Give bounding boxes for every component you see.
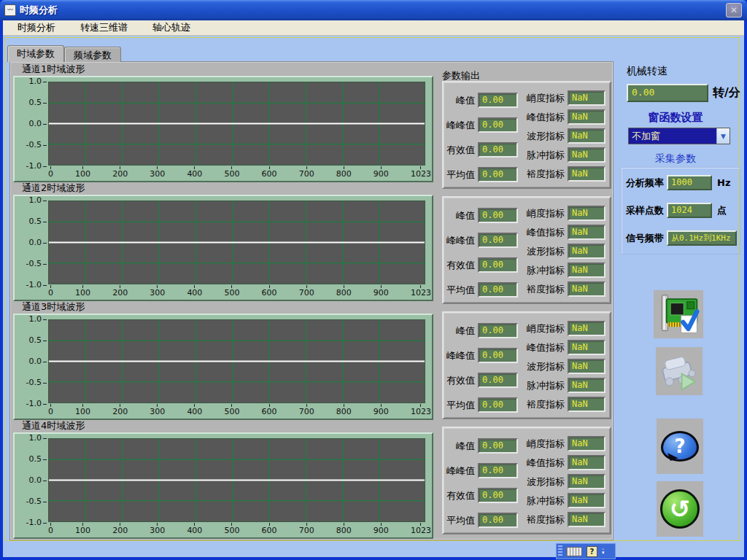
rms-label: 有效值 [444, 259, 475, 272]
y-tick: 0.0 [29, 238, 47, 247]
tab-frequency-domain[interactable]: 频域参数 [64, 47, 121, 62]
y-tick: 1.0 [29, 433, 47, 443]
peak-label: 峰值 [444, 209, 475, 222]
x-tick: 100 [75, 404, 90, 419]
machine-speed-label: 机械转速 [627, 65, 667, 78]
y-tick: 0.0 [29, 357, 47, 366]
grid-and-waveform [49, 82, 425, 165]
peak-value: 0.00 [478, 323, 518, 338]
x-tick: 300 [150, 404, 165, 419]
language-bar[interactable]: ? –▾ [556, 543, 616, 559]
help-icon[interactable]: ? [587, 546, 597, 557]
shape-index-value: NaN [568, 244, 605, 259]
tab-time-domain[interactable]: 时域参数 [7, 45, 64, 62]
clearance-index-label: 裕度指标 [519, 513, 565, 526]
shape-index-label: 波形指标 [519, 245, 565, 258]
langbar-arrows[interactable]: –▾ [602, 548, 605, 555]
device-check-icon [657, 293, 700, 335]
x-tick: 800 [336, 404, 352, 419]
device-disabled-icon [658, 350, 700, 392]
x-tick: 900 [374, 404, 389, 419]
device-check-button[interactable] [654, 290, 703, 338]
peak-to-peak-value: 0.00 [478, 348, 518, 363]
menu-item-time-frequency[interactable]: 时频分析 [7, 20, 66, 36]
crest-index-value: NaN [568, 109, 605, 125]
window-function-title: 窗函数设置 [616, 111, 735, 125]
kurtosis-index-label: 峭度指标 [519, 92, 565, 105]
shape-index-value: NaN [568, 359, 605, 374]
shape-index-label: 波形指标 [519, 475, 565, 489]
y-axis: 1.0 0.5 0.0 -0.5 -1.0 [15, 195, 48, 289]
rms-value: 0.00 [478, 373, 518, 388]
drag-handle[interactable] [558, 545, 562, 557]
rms-value: 0.00 [478, 488, 518, 503]
peak-to-peak-label: 峰峰值 [444, 349, 475, 362]
mean-value: 0.00 [478, 513, 518, 528]
y-tick: 0.5 [29, 454, 47, 464]
x-tick: 600 [262, 285, 277, 300]
rms-value: 0.00 [478, 142, 518, 158]
refresh-button[interactable]: ↺ [657, 481, 703, 537]
grid-and-waveform [49, 320, 425, 402]
plot-area [48, 319, 425, 403]
device-disabled-button[interactable] [656, 347, 703, 395]
mean-label: 平均值 [444, 514, 475, 527]
x-tick: 100 [75, 523, 90, 537]
x-tick: 1023 [411, 285, 431, 300]
x-tick: 600 [262, 523, 277, 537]
clearance-index-value: NaN [568, 512, 605, 527]
help-button[interactable]: ? [657, 419, 703, 474]
x-tick: 700 [299, 285, 314, 300]
x-tick: 900 [374, 523, 389, 537]
x-tick: 500 [224, 285, 239, 300]
x-tick: 700 [299, 166, 314, 181]
x-tick: 800 [336, 166, 352, 181]
peak-to-peak-value: 0.00 [478, 117, 518, 133]
impulse-index-label: 脉冲指标 [519, 494, 565, 508]
chart-frame: 1.0 0.5 0.0 -0.5 -1.0 [13, 76, 433, 182]
peak-value: 0.00 [478, 438, 518, 454]
app-icon: 〰 [4, 4, 16, 16]
menu-item-speed-3d-spectrum[interactable]: 转速三维谱 [70, 20, 138, 36]
rms-value: 0.00 [478, 257, 518, 273]
menu-item-shaft-orbit[interactable]: 轴心轨迹 [142, 20, 201, 36]
signal-band-value: 从0.1Hz到1KHz [667, 230, 737, 246]
clearance-index-label: 裕度指标 [519, 398, 565, 411]
x-tick: 400 [187, 166, 202, 181]
keyboard-icon[interactable] [566, 547, 582, 556]
chevron-down-icon[interactable]: ▼ [716, 128, 729, 144]
param-group: 峰值0.00 峰峰值0.00 有效值0.00 平均值0.00 峭度指标NaN 峰… [442, 196, 611, 304]
machine-speed-unit: 转/分 [713, 85, 740, 101]
x-tick: 500 [224, 404, 239, 419]
y-tick: 0.0 [29, 119, 47, 128]
x-tick: 500 [224, 166, 239, 181]
charts-column: 通道1时域波形 1.0 0.5 0.0 -0.5 -1.0 [13, 63, 433, 539]
param-group-right: 峭度指标NaN 峰值指标NaN 波形指标NaN 脉冲指标NaN 裕度指标NaN [519, 321, 610, 412]
mean-label: 平均值 [444, 284, 475, 297]
y-tick: -0.5 [26, 497, 47, 506]
y-tick: 1.0 [29, 314, 47, 324]
sample-points-field[interactable]: 1024 [667, 203, 712, 218]
close-button[interactable]: ✕ [726, 3, 742, 18]
expand-icon[interactable]: ▾ [602, 551, 605, 555]
waveform-chart: 通道4时域波形 1.0 0.5 0.0 -0.5 -1.0 [13, 420, 433, 539]
window-function-dropdown[interactable]: 不加窗 ▼ [628, 128, 730, 144]
rms-label: 有效值 [444, 374, 475, 387]
plot-area [48, 438, 425, 522]
signal-band-label: 信号频带 [626, 232, 667, 245]
peak-to-peak-value: 0.00 [478, 463, 518, 478]
acquisition-params-box: 分析频率 1000 Hz 采样点数 1024 点 信号频带 从0.1Hz到1KH… [621, 167, 740, 254]
x-tick: 400 [187, 523, 202, 537]
waveform-chart: 通道3时域波形 1.0 0.5 0.0 -0.5 -1.0 [13, 301, 433, 420]
mean-value: 0.00 [478, 397, 518, 413]
x-tick: 900 [374, 285, 389, 300]
analysis-frequency-field[interactable]: 1000 [667, 175, 712, 190]
crest-index-value: NaN [568, 340, 605, 355]
param-group-right: 峭度指标NaN 峰值指标NaN 波形指标NaN 脉冲指标NaN 裕度指标NaN [519, 90, 610, 182]
mean-label: 平均值 [444, 168, 475, 182]
peak-value: 0.00 [478, 93, 518, 108]
param-group: 峰值0.00 峰峰值0.00 有效值0.00 平均值0.00 峭度指标NaN 峰… [442, 427, 611, 534]
analysis-frequency-label: 分析频率 [626, 176, 667, 190]
window-title: 时频分析 [20, 4, 58, 17]
sample-points-label: 采样点数 [626, 204, 667, 217]
